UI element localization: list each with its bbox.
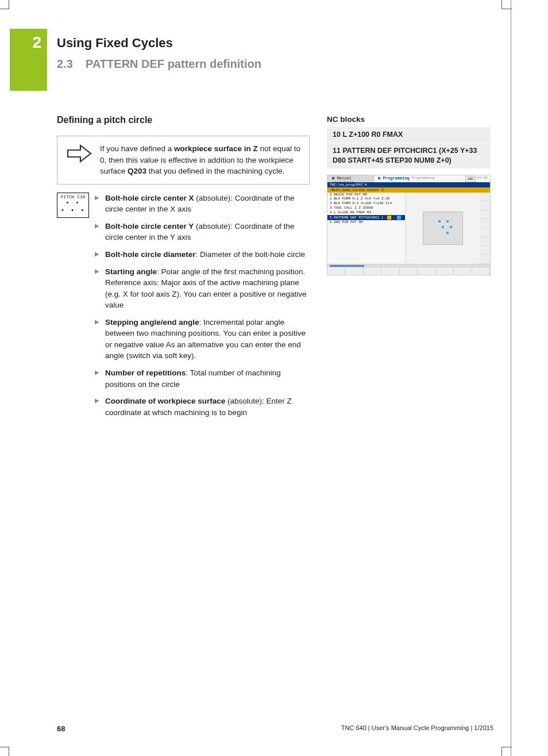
- parameter-item: Bolt-hole circle diameter: Diameter of t…: [95, 249, 310, 260]
- cursor-icon: [387, 216, 391, 220]
- chapter-number-tab: 2: [10, 29, 47, 91]
- crop-mark: [501, 747, 512, 756]
- chapter-title: Using Fixed Cycles: [57, 36, 173, 51]
- crop-mark: [0, 747, 9, 756]
- parameter-item: Coordinate of workpiece surface (absolut…: [95, 396, 310, 418]
- parameter-item: Starting angle: Polar angle of the first…: [95, 266, 310, 311]
- column-right: NC blocks 10 L Z+100 R0 FMAX 11 PATTERN …: [327, 115, 491, 424]
- ss-sidebar: [480, 193, 490, 264]
- ss-code-pane: 0 BEGIN PGM PAT MM 1 BLK FORM 0.1 Z X+0 …: [327, 193, 405, 264]
- footer-text: TNC 640 | User's Manual Cycle Programmin…: [341, 724, 493, 733]
- ss-selected-line: 5 PATTERN DEF PITCHCIRC1 (: [327, 215, 405, 220]
- page-number: 68: [57, 724, 65, 733]
- ss-graphics-pane: [405, 193, 480, 264]
- parameter-item: Bolt-hole circle center Y (absolute): Co…: [95, 221, 310, 243]
- ss-submode: Programming: [412, 175, 435, 182]
- ss-code-line: 3 TOOL CALL 1 Z S5000: [327, 206, 405, 210]
- parameter-item: Stepping angle/end angle: Incremental po…: [95, 317, 310, 362]
- parameter-item: Number of repetitions: Total number of m…: [95, 367, 310, 390]
- ss-dnc-badge: DNC: [465, 176, 476, 182]
- ss-time: 07:35: [477, 175, 490, 182]
- nc-block-line: 11 PATTERN DEF PITCHCIRC1 (X+25 Y+33 D80…: [327, 143, 491, 169]
- ss-code-line: 0 BEGIN PGM PAT MM: [327, 193, 405, 197]
- ss-code-line: 2 BLK FORM 0.2 X+100 Y+100 Z+0: [327, 201, 405, 206]
- ss-code-line: 6 END PGM PAT MM: [327, 220, 405, 225]
- arrow-right-icon: [65, 143, 93, 177]
- footer: 68 TNC 640 | User's Manual Cycle Program…: [57, 724, 493, 733]
- nc-block-line: 10 L Z+100 R0 FMAX: [327, 127, 491, 143]
- ss-code-line: 4 L Z+100 R0 FMAX M3: [327, 210, 405, 215]
- ss-scrollbar: [327, 264, 490, 267]
- parameter-item: Bolt-hole circle center X (absolute): Co…: [95, 193, 310, 215]
- ss-program-path: TNC:\nc_prog\PAT.h: [327, 182, 490, 187]
- crop-mark: [0, 0, 9, 9]
- ss-mode-programming: Programming: [375, 175, 413, 182]
- softkey-graphic: • •• • •: [57, 199, 88, 214]
- ss-highlight-prompt: →Bolt-hole circle center X: [327, 187, 490, 193]
- ss-mode-manual: Manual operation: [327, 175, 375, 182]
- ss-header: Manual operation Programming Programming…: [327, 175, 490, 182]
- column-left: Defining a pitch circle If you have defi…: [57, 115, 310, 424]
- section-title: 2.3 PATTERN DEF pattern definition: [57, 57, 261, 71]
- ss-softkey-row: [327, 267, 490, 275]
- subheading: Defining a pitch circle: [57, 115, 310, 125]
- marker-icon: [397, 216, 401, 220]
- ss-code-line: 1 BLK FORM 0.1 Z X+0 Y+0 Z-20: [327, 197, 405, 201]
- parameter-list: Bolt-hole circle center X (absolute): Co…: [95, 193, 310, 424]
- control-screenshot: Manual operation Programming Programming…: [327, 175, 491, 275]
- crop-mark: [501, 0, 512, 9]
- parameter-block: PITCH CIR • •• • • Bolt-hole circle cent…: [57, 193, 310, 424]
- softkey-pitch-cir[interactable]: PITCH CIR • •• • •: [57, 193, 89, 218]
- section-number: 2.3: [57, 57, 73, 70]
- content-columns: Defining a pitch circle If you have defi…: [57, 115, 493, 424]
- ss-body: 0 BEGIN PGM PAT MM 1 BLK FORM 0.1 Z X+0 …: [327, 193, 490, 264]
- softkey-label: PITCH CIR: [57, 194, 88, 200]
- page: 2 Using Fixed Cycles 2.3 PATTERN DEF pat…: [0, 0, 511, 756]
- nc-blocks-heading: NC blocks: [327, 115, 491, 124]
- note-text: If you have defined a workpiece surface …: [100, 143, 301, 177]
- section-name: PATTERN DEF pattern definition: [86, 57, 261, 70]
- ss-workpiece: [423, 212, 463, 245]
- note-box: If you have defined a workpiece surface …: [57, 136, 310, 185]
